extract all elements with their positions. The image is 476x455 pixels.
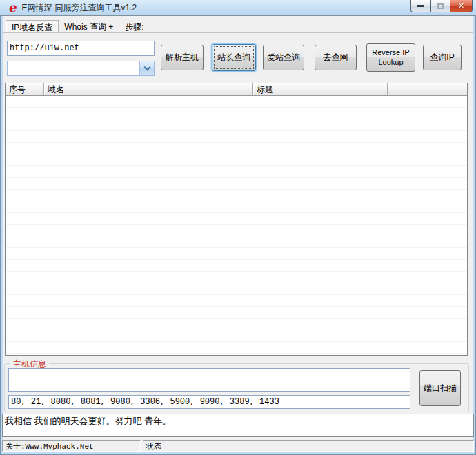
column-header-index[interactable]: 序号 bbox=[6, 83, 44, 95]
host-info-input[interactable] bbox=[8, 368, 410, 392]
app-logo-icon: e bbox=[8, 2, 16, 13]
url-input[interactable] bbox=[7, 41, 155, 56]
history-combobox[interactable] bbox=[7, 61, 155, 76]
motto-textbox[interactable]: 我相信 我们的明天会更好。努力吧 青年。 bbox=[2, 414, 474, 437]
app-window: e E网情深-同服旁注查询工具v1.2 ✕ IP域名反查 Whois 查询 + … bbox=[0, 0, 476, 455]
close-button[interactable]: ✕ bbox=[450, 0, 473, 12]
maximize-button[interactable] bbox=[431, 0, 450, 12]
window-title: E网情深-同服旁注查询工具v1.2 bbox=[21, 2, 137, 14]
statusbar-about: 关于:Www.Mvphack.Net bbox=[2, 440, 141, 452]
window-controls: ✕ bbox=[410, 0, 473, 12]
ports-input[interactable] bbox=[8, 395, 410, 409]
tab-whois-query[interactable]: Whois 查询 + bbox=[59, 20, 119, 32]
results-table-header: 序号 域名 标题 bbox=[6, 83, 467, 96]
resolve-host-button[interactable]: 解析主机 bbox=[161, 45, 204, 70]
tab-ip-domain-lookup[interactable]: IP域名反查 bbox=[6, 20, 59, 32]
titlebar: e E网情深-同服旁注查询工具v1.2 bbox=[0, 0, 476, 16]
column-header-title[interactable]: 标题 bbox=[253, 83, 388, 95]
chevron-down-icon bbox=[143, 63, 150, 70]
aizhan-query-button[interactable]: 爱站查询 bbox=[263, 45, 304, 70]
tab-steps[interactable]: 步骤: bbox=[119, 20, 150, 32]
results-table[interactable]: 序号 域名 标题 bbox=[5, 83, 468, 356]
reverse-ip-lookup-button[interactable]: Reverse IP Lookup bbox=[366, 43, 415, 72]
results-table-body[interactable] bbox=[6, 96, 467, 356]
tab-strip: IP域名反查 Whois 查询 + 步骤: bbox=[3, 20, 473, 33]
minimize-icon bbox=[417, 5, 424, 7]
quchaw-button[interactable]: 去查网 bbox=[315, 45, 357, 70]
query-ip-button[interactable]: 查询IP bbox=[423, 45, 462, 70]
zhanzhang-query-button[interactable]: 站长查询 bbox=[212, 44, 256, 71]
port-scan-button[interactable]: 端口扫描 bbox=[419, 370, 461, 406]
column-header-extra[interactable] bbox=[388, 83, 464, 95]
minimize-button[interactable] bbox=[410, 0, 431, 12]
statusbar-status: 状态 bbox=[143, 440, 474, 452]
combobox-value bbox=[8, 61, 139, 75]
combobox-dropdown-button[interactable] bbox=[139, 61, 154, 75]
column-header-domain[interactable]: 域名 bbox=[44, 83, 253, 95]
close-icon: ✕ bbox=[458, 1, 464, 10]
maximize-icon bbox=[437, 3, 444, 9]
